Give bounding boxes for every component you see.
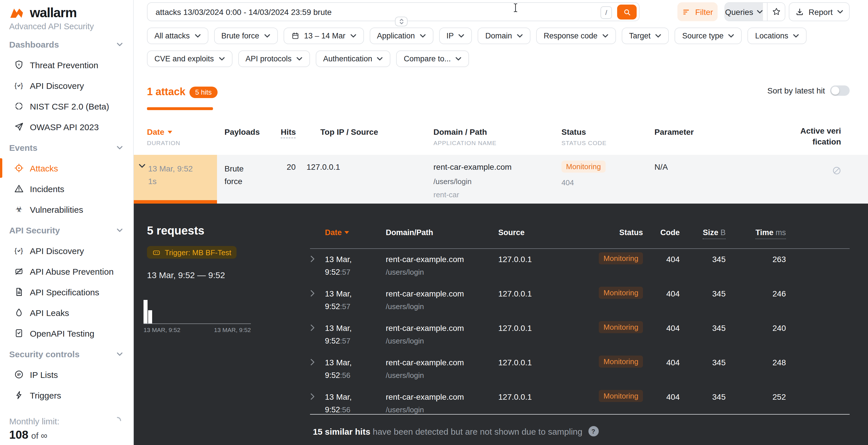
sidebar-item-api-abuse-prevention[interactable]: API Abuse Prevention <box>0 261 133 281</box>
sidebar-item-threat-prevention[interactable]: Threat Prevention <box>0 55 133 75</box>
filter-chip-brute-force[interactable]: Brute force <box>214 28 278 44</box>
chevron-right-icon <box>310 289 315 297</box>
request-status-badge: Monitoring <box>599 321 643 333</box>
request-details-panel: 5 requests Trigger: MB BF-Test 13 Mar, 9… <box>134 204 868 445</box>
column-subheader-duration: DURATION <box>147 139 180 146</box>
request-code: 404 <box>643 319 680 334</box>
sidebar-item-incidents[interactable]: Incidents <box>0 178 133 199</box>
search-icon <box>623 8 631 16</box>
sidebar-item-ip-lists[interactable]: IPIP Lists <box>0 364 133 385</box>
sidebar-item-api-leaks[interactable]: API Leaks <box>0 302 133 323</box>
filter-chip-target[interactable]: Target <box>622 28 669 44</box>
filter-chip-13-14-mar[interactable]: 13 – 14 Mar <box>283 28 364 44</box>
request-date: 13 Mar, <box>325 319 386 334</box>
filter-chip-response-code[interactable]: Response code <box>536 28 616 44</box>
sidebar-item-openapi-testing[interactable]: OpenAPI Testing <box>0 323 133 343</box>
document-icon <box>14 287 24 297</box>
filter-chip-cve-and-exploits[interactable]: CVE and exploits <box>147 50 232 67</box>
chart-axis-end: 13 MAR, 9:52 <box>193 326 251 333</box>
chevron-right-icon <box>310 324 315 332</box>
attack-row[interactable]: 13 Mar, 9:521s Brute force 20 127.0.0.1 … <box>134 155 868 204</box>
attack-source: 127.0.0.1 <box>307 162 340 171</box>
sidebar-item-vulnerabilities[interactable]: ☣Vulnerabilities <box>0 199 133 219</box>
calendar-icon <box>291 32 299 40</box>
request-status-badge: Monitoring <box>599 390 643 402</box>
chart-axis <box>144 323 251 324</box>
column-header-hits[interactable]: Hits <box>281 127 296 136</box>
attack-date-cell[interactable]: 13 Mar, 9:521s <box>134 155 217 204</box>
filter-chips-row-1: All attacksBrute force13 – 14 MarApplica… <box>147 28 807 44</box>
filter-chip-source-type[interactable]: Source type <box>675 28 742 44</box>
request-row[interactable]: 13 Mar,9:52:57rent-car-example.com/users… <box>310 319 849 354</box>
sidebar-item-api-discovery[interactable]: {}API Discovery <box>0 75 133 96</box>
requests-header-divider <box>310 248 849 249</box>
request-row[interactable]: 13 Mar,9:52:56rent-car-example.com/users… <box>310 388 849 423</box>
favorite-query-button[interactable] <box>767 3 785 21</box>
sidebar-item-nist-csf-2-0-beta-[interactable]: NIST CSF 2.0 (Beta) <box>0 96 133 116</box>
column-subheader-status-code: STATUS CODE <box>561 139 607 146</box>
biohazard-icon: ☣ <box>14 204 24 214</box>
search-resize-handle[interactable] <box>395 16 408 26</box>
product-subtitle: Advanced API Security <box>9 22 94 31</box>
sidebar-item-api-specifications[interactable]: API Specifications <box>0 281 133 302</box>
column-header-source: Top IP / Source <box>320 127 378 136</box>
request-date: 13 Mar, <box>325 250 386 266</box>
attack-status-code: 404 <box>561 178 574 187</box>
svg-text:}: } <box>21 81 23 89</box>
sidebar-item-triggers[interactable]: Triggers <box>0 385 133 405</box>
column-header-date[interactable]: Date <box>147 127 173 136</box>
sort-toggle[interactable] <box>830 85 849 96</box>
request-domain: rent-car-example.com <box>386 388 498 403</box>
sidebar-section-security-controls[interactable]: Security controls <box>0 343 133 364</box>
chevron-right-icon <box>310 393 315 400</box>
sidebar-item-owasp-api-2023[interactable]: OWASP API 2023 <box>0 116 133 137</box>
slash-shortcut-key: / <box>600 6 612 19</box>
filter-chip-api-protocols[interactable]: API protocols <box>238 50 310 67</box>
filter-chip-all-attacks[interactable]: All attacks <box>147 28 208 44</box>
search-input[interactable]: attacks 13/03/2024 0:00 - 14/03/2024 23:… <box>147 2 640 21</box>
help-icon[interactable]: ? <box>588 426 598 436</box>
request-row[interactable]: 13 Mar,9:52:56rent-car-example.com/users… <box>310 354 849 388</box>
filter-chip-domain[interactable]: Domain <box>478 28 530 44</box>
filter-chip-locations[interactable]: Locations <box>748 28 807 44</box>
request-size: 345 <box>680 319 725 334</box>
filter-icon <box>682 7 691 16</box>
filter-chip-authentication[interactable]: Authentication <box>316 50 391 67</box>
request-domain: rent-car-example.com <box>386 285 498 300</box>
attack-parameter: N/A <box>654 162 668 171</box>
results-summary: 1 attack 5 hits <box>147 86 217 98</box>
requests-column-time[interactable]: Time ms <box>725 228 786 237</box>
filter-button[interactable]: Filter <box>677 2 718 21</box>
queries-button[interactable]: Queries <box>725 3 763 21</box>
chevron-down-icon <box>793 34 799 38</box>
filter-chip-ip[interactable]: IP <box>439 28 472 44</box>
request-row[interactable]: 13 Mar,9:52:57rent-car-example.com/users… <box>310 285 849 319</box>
brand-name: wallarm <box>30 5 76 21</box>
wallarm-logo[interactable]: wallarm <box>9 5 76 21</box>
filter-chip-compare-to-[interactable]: Compare to... <box>396 50 469 67</box>
request-row[interactable]: 13 Mar,9:52:57rent-car-example.com/users… <box>310 250 849 285</box>
requests-column-date[interactable]: Date <box>325 228 386 237</box>
histogram-bar <box>144 300 148 323</box>
shield-bolt-icon <box>14 60 24 70</box>
attack-payload: Brute force <box>224 162 254 187</box>
svg-text:☣: ☣ <box>16 205 22 214</box>
request-source: 127.0.0.1 <box>498 319 587 334</box>
sidebar-section-api-security[interactable]: API Security <box>0 219 133 240</box>
sidebar-item-attacks[interactable]: Attacks <box>0 158 133 178</box>
trigger-badge[interactable]: Trigger: MB BF-Test <box>147 246 237 259</box>
request-date: 13 Mar, <box>325 285 386 300</box>
report-button[interactable]: Report <box>789 2 849 21</box>
sidebar-section-dashboards[interactable]: Dashboards <box>0 34 133 55</box>
search-button[interactable] <box>617 5 637 20</box>
requests-table-header: Date Domain/Path Source Status Code Size… <box>310 228 849 237</box>
request-code: 404 <box>643 388 680 403</box>
sidebar-section-events[interactable]: Events <box>0 137 133 158</box>
histogram-bar <box>148 310 152 323</box>
filter-chip-application[interactable]: Application <box>369 28 433 44</box>
requests-column-size[interactable]: Size B <box>680 228 725 237</box>
request-path: /users/login <box>386 300 498 312</box>
prohibit-icon[interactable] <box>832 166 842 175</box>
sidebar-item-api-discovery[interactable]: {}API Discovery <box>0 240 133 261</box>
request-time: 246 <box>725 285 786 300</box>
